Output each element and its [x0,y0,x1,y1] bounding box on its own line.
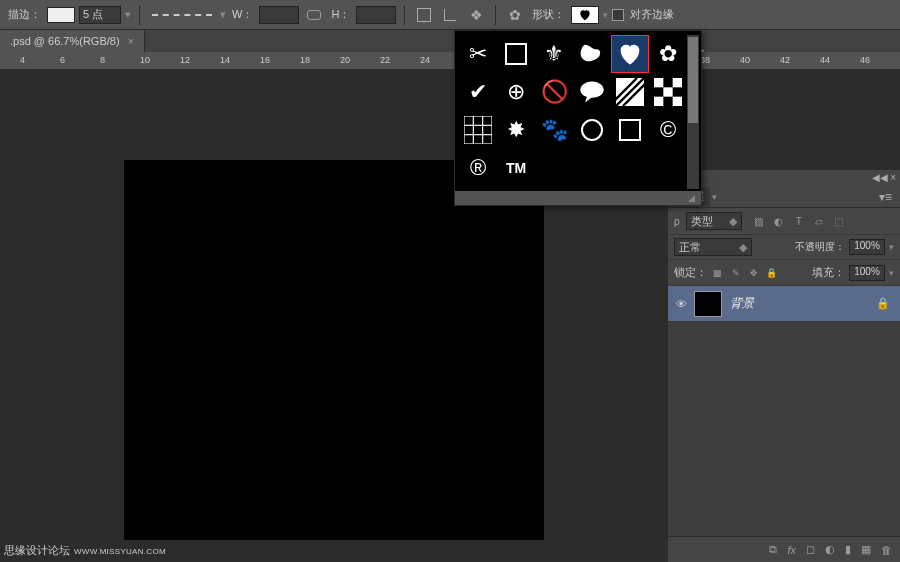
workspace: ◀◀ × 图层 ▾ ▾≡ ρ 类型◆ ▨ ◐ T ▱ ⬚ 正常◆ [0,70,900,562]
fill-input[interactable]: 100% [849,265,885,281]
shape-fleur[interactable]: ⚜ [535,35,573,73]
lock-position-icon[interactable]: ✥ [747,266,760,279]
delete-icon[interactable]: 🗑 [881,544,892,556]
new-layer-icon[interactable]: ▦ [861,543,871,556]
group-icon[interactable]: ▮ [845,543,851,556]
shape-scrollbar[interactable] [687,35,699,189]
shape-registered[interactable]: ® [459,149,497,187]
shape-preset-arrow[interactable]: ▾ [603,10,608,20]
layer-filter-row: ρ 类型◆ ▨ ◐ T ▱ ⬚ [668,208,900,234]
filter-shape-icon[interactable]: ▱ [812,214,826,228]
height-label: H： [331,7,350,22]
mask-icon[interactable]: ◻ [806,543,815,556]
shape-preset-button[interactable] [571,6,599,24]
svg-rect-8 [663,87,672,96]
panel-close-icon[interactable]: × [890,172,896,184]
lock-image-icon[interactable]: ✎ [729,266,742,279]
blend-mode-dropdown[interactable]: 正常◆ [674,238,752,256]
path-combine-icon[interactable] [413,5,435,25]
shape-speech[interactable] [573,73,611,111]
lock-transparent-icon[interactable]: ▩ [711,266,724,279]
document-tab-row: .psd @ 66.7%(RGB/8) × [0,30,900,52]
svg-rect-10 [673,97,682,106]
lock-label: 锁定： [674,265,707,280]
shape-blob[interactable] [573,35,611,73]
heart-icon [577,8,593,22]
document-tab[interactable]: .psd @ 66.7%(RGB/8) × [0,30,145,52]
filter-type-dropdown[interactable]: 类型◆ [686,212,742,230]
lock-row: 锁定： ▩ ✎ ✥ 🔒 填充： 100% ▾ [668,260,900,286]
shape-check[interactable]: ✔ [459,73,497,111]
opacity-input[interactable]: 100% [849,239,885,255]
shape-flower[interactable]: ✿ [649,35,687,73]
shape-copyright[interactable]: © [649,111,687,149]
layers-panel-footer: ⧉ fx ◻ ◐ ▮ ▦ 🗑 [668,536,900,562]
shape-no[interactable]: 🚫 [535,73,573,111]
resize-grip-icon[interactable]: ◢ [688,193,695,203]
shape-square[interactable] [497,35,535,73]
blend-row: 正常◆ 不透明度： 100% ▾ [668,234,900,260]
svg-point-0 [580,82,603,98]
options-bar: 描边： ▾ ▾ W： H： ❖ ✿ 形状： ▾ 对齐边缘 [0,0,900,30]
align-edges-label: 对齐边缘 [630,7,674,22]
watermark: 思缘设计论坛WWW.MISSYUAN.COM [4,543,166,558]
layer-thumbnail[interactable] [694,291,722,317]
shape-grid[interactable] [459,111,497,149]
stroke-style-dropdown[interactable] [152,14,212,16]
link-layers-icon[interactable]: ⧉ [769,543,777,556]
layer-list: 👁 背景 🔒 [668,286,900,536]
opacity-label: 不透明度： [795,240,845,254]
height-input[interactable] [356,6,396,24]
stroke-size-input[interactable] [79,6,121,24]
stroke-color-swatch[interactable] [47,7,75,23]
document-title: .psd @ 66.7%(RGB/8) [10,35,120,47]
filter-smart-icon[interactable]: ⬚ [832,214,846,228]
shape-heart[interactable] [611,35,649,73]
shape-burst[interactable]: ✸ [497,111,535,149]
stroke-size-stepper[interactable]: ▾ [125,8,131,21]
path-align-icon[interactable] [439,5,461,25]
link-wh-icon[interactable] [303,5,325,25]
stroke-label: 描边： [8,7,41,22]
svg-rect-9 [654,97,663,106]
fx-icon[interactable]: fx [787,544,796,556]
fill-label: 填充： [812,265,845,280]
opacity-stepper[interactable]: ▾ [889,242,894,252]
shape-crosshair[interactable]: ⊕ [497,73,535,111]
shape-picker-popup: ✂ ⚜ ✿ ✔ ⊕ 🚫 ✸ 🐾 © ® TM ◢ [454,30,702,206]
gear-icon[interactable]: ✿ [504,5,526,25]
shape-tm[interactable]: TM [497,149,535,187]
svg-rect-11 [464,116,492,144]
shape-checker[interactable] [649,73,687,111]
path-arrange-icon[interactable]: ❖ [465,5,487,25]
width-label: W： [232,7,253,22]
canvas[interactable] [124,160,544,540]
layer-row[interactable]: 👁 背景 🔒 [668,286,900,322]
collapse-icon[interactable]: ◀◀ [872,172,888,184]
shape-hatch[interactable] [611,73,649,111]
lock-all-icon[interactable]: 🔒 [765,266,778,279]
shape-square2[interactable] [611,111,649,149]
layers-panel: ◀◀ × 图层 ▾ ▾≡ ρ 类型◆ ▨ ◐ T ▱ ⬚ 正常◆ [667,170,900,562]
shape-paw[interactable]: 🐾 [535,111,573,149]
fill-stepper[interactable]: ▾ [889,268,894,278]
lock-icon[interactable]: 🔒 [876,297,890,310]
shape-label: 形状： [532,7,565,22]
shape-scissors[interactable]: ✂ [459,35,497,73]
filter-type-icon[interactable]: T [792,214,806,228]
svg-rect-6 [654,78,663,87]
shape-grid: ✂ ⚜ ✿ ✔ ⊕ 🚫 ✸ 🐾 © ® TM [455,31,701,191]
filter-pixel-icon[interactable]: ▨ [752,214,766,228]
width-input[interactable] [259,6,299,24]
panel-menu-icon[interactable]: ▾≡ [879,190,892,204]
svg-rect-7 [673,78,682,87]
filter-adjust-icon[interactable]: ◐ [772,214,786,228]
layer-name: 背景 [730,295,754,312]
visibility-icon[interactable]: 👁 [668,298,694,310]
adjustment-icon[interactable]: ◐ [825,543,835,556]
align-edges-checkbox[interactable] [612,9,624,21]
shape-circle[interactable] [573,111,611,149]
stroke-style-arrow[interactable]: ▾ [220,8,226,21]
horizontal-ruler: 4681012141618202224262830323436384042444… [0,52,900,70]
close-icon[interactable]: × [128,35,134,47]
